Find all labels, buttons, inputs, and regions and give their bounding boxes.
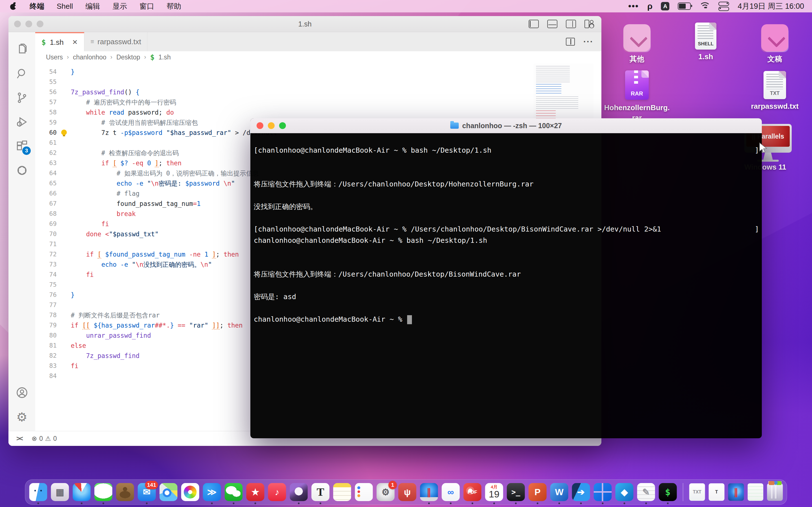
file-label-line1: HohenzollernBurg. [598, 103, 676, 113]
menu-extra-icon[interactable]: ••• [628, 1, 639, 11]
dock-powerpoint-icon[interactable]: P [529, 483, 547, 501]
more-actions-icon[interactable]: ··· [583, 37, 594, 47]
breadcrumb[interactable]: Users›chanlonhoo›Desktop›$1.sh [35, 51, 601, 63]
breadcrumb-item[interactable]: Desktop [116, 54, 140, 61]
settings-gear-icon[interactable]: ⚙ [8, 405, 35, 429]
code-line-57[interactable]: 57 # 遍历密码文件中的每一行密码 [35, 97, 601, 107]
menu-clock[interactable]: 4月19日 周三 16:00 [738, 1, 804, 11]
dock-settings-icon[interactable]: ⚙1 [377, 483, 395, 501]
vscode-titlebar[interactable]: 1.sh [8, 16, 601, 32]
openai-extension-icon[interactable] [8, 158, 35, 182]
dock-mail-icon[interactable]: ✉141 [138, 483, 156, 501]
dock-win11-window-icon[interactable]: ∥ [728, 483, 744, 501]
dock-contacts-icon[interactable] [116, 483, 134, 501]
dock-launchpad-icon[interactable]: ▦ [51, 483, 69, 501]
parallels-status-icon[interactable]: ρ [647, 1, 653, 11]
dock-i4tools-icon[interactable]: ∞ [442, 483, 460, 501]
desktop-file-txt[interactable]: TXT rarpasswd.txt [763, 71, 786, 111]
split-editor-icon[interactable] [566, 38, 575, 46]
dock-notes-icon[interactable] [333, 483, 351, 501]
dock-glyph: ⚙ [382, 488, 390, 497]
code-text: unrar_passwd_find [71, 330, 151, 341]
code-text: # 检查解压缩命令的退出码 [71, 148, 179, 158]
dock-parallels-icon[interactable]: ∥ [420, 483, 438, 501]
dock-trash-icon[interactable] [767, 483, 783, 501]
warnings-count: 0 [53, 435, 57, 443]
folder-icon [450, 122, 459, 129]
desktop-file-rar[interactable]: RAR HohenzollernBurg. rar [617, 70, 657, 123]
dock-safari-icon[interactable] [73, 483, 91, 501]
search-icon[interactable] [8, 61, 35, 86]
desktop-file-1sh[interactable]: SHELL 1.sh [695, 22, 716, 61]
dock-doc-txt-icon[interactable]: TXT [689, 483, 705, 501]
problems-indicator[interactable]: ⊗ 0 ⚠ 0 [32, 435, 57, 443]
menu-item-显示[interactable]: 显示 [106, 0, 133, 12]
code-line-55[interactable]: 55 [35, 77, 601, 87]
menu-item-终端[interactable]: 终端 [23, 0, 50, 12]
dock-doc-t-icon[interactable]: T [709, 483, 725, 501]
dock-calendar-icon[interactable]: 4月19 [485, 483, 503, 501]
line-number: 64 [35, 168, 57, 178]
code-line-54[interactable]: 54} [35, 67, 601, 77]
menu-item-编辑[interactable]: 编辑 [79, 0, 106, 12]
code-text: while read password; do [71, 107, 174, 117]
extensions-icon[interactable]: 3 [8, 134, 35, 158]
toggle-secondary-sidebar-icon[interactable] [566, 20, 576, 28]
wifi-icon[interactable] [699, 2, 710, 10]
dock-typora-icon[interactable]: T [312, 483, 329, 501]
input-method-icon[interactable]: A [661, 2, 669, 10]
dock-bookmark-star-icon[interactable]: ★ [246, 483, 264, 501]
dock-pdf-expert-icon[interactable]: PDF [463, 483, 481, 501]
dock-windows11-icon[interactable] [594, 483, 612, 501]
apple-menu-icon[interactable] [10, 3, 16, 10]
menu-item-窗口[interactable]: 窗口 [133, 0, 160, 12]
dock-glyph: TXT [693, 490, 701, 494]
run-debug-icon[interactable] [8, 110, 35, 134]
dock-messages-icon[interactable] [94, 483, 112, 501]
menu-item-Shell[interactable]: Shell [50, 0, 79, 12]
lightbulb-icon[interactable] [61, 129, 67, 135]
dock-chat-window-icon[interactable] [748, 483, 763, 501]
dock-dingtalk-icon[interactable]: ≫ [203, 483, 221, 501]
line-number: 71 [35, 239, 57, 249]
breadcrumb-item[interactable]: chanlonhoo [73, 54, 106, 61]
code-line-56[interactable]: 567z_passwd_find() { [35, 87, 601, 97]
control-center-icon[interactable] [718, 2, 729, 11]
explorer-icon[interactable] [8, 37, 35, 61]
dock-share-arrow-icon[interactable]: ➔ [572, 483, 590, 501]
desktop-stack-documents[interactable]: 文稿 [761, 24, 788, 64]
breadcrumb-file[interactable]: 1.sh [158, 54, 170, 61]
remote-indicator-icon[interactable]: >< [16, 435, 22, 443]
toggle-panel-icon[interactable] [547, 20, 557, 28]
dock-glyph: $ [665, 488, 670, 497]
dock-textedit-icon[interactable]: ✎ [637, 483, 655, 501]
breadcrumb-item[interactable]: Users [46, 54, 63, 61]
terminal-titlebar[interactable]: chanlonhoo — -zsh — 100×27 [250, 118, 762, 133]
dock-finder-icon[interactable] [29, 483, 47, 501]
tab-close-icon[interactable]: ✕ [72, 38, 78, 46]
dock-photos-icon[interactable] [181, 483, 199, 501]
tab-1sh[interactable]: $ 1.sh ✕ [35, 32, 84, 51]
dock-wechat-icon[interactable] [225, 483, 243, 501]
desktop-stack-other[interactable]: 其他 [623, 24, 651, 64]
dock-github-icon[interactable] [290, 483, 308, 501]
account-icon[interactable] [8, 381, 35, 405]
minimap[interactable] [534, 64, 594, 119]
battery-icon[interactable] [678, 3, 691, 10]
code-line-58[interactable]: 58 while read password; do [35, 107, 601, 117]
dock-vscode-icon[interactable]: ◆ [615, 483, 633, 501]
source-control-icon[interactable] [8, 86, 35, 110]
menu-item-帮助[interactable]: 帮助 [160, 0, 188, 12]
terminal-content[interactable]: [chanlonhoo@chanlondeMacBook-Air ~ % bas… [250, 133, 762, 438]
dock-reminders-icon[interactable] [355, 483, 373, 501]
dock-maps-icon[interactable] [160, 483, 177, 501]
dock-terminal-icon[interactable]: >_ [507, 483, 525, 501]
tab-rarpasswd[interactable]: ≡ rarpasswd.txt [84, 32, 147, 51]
dock-git-client-icon[interactable]: ψ [398, 483, 416, 501]
dock-iterm-shell-icon[interactable]: $ [659, 483, 677, 501]
customize-layout-icon[interactable] [585, 20, 594, 27]
line-number: 82 [35, 351, 57, 361]
toggle-sidebar-icon[interactable] [529, 20, 539, 28]
dock-music-icon[interactable]: ♪ [268, 483, 286, 501]
dock-word-icon[interactable]: W [550, 483, 568, 501]
